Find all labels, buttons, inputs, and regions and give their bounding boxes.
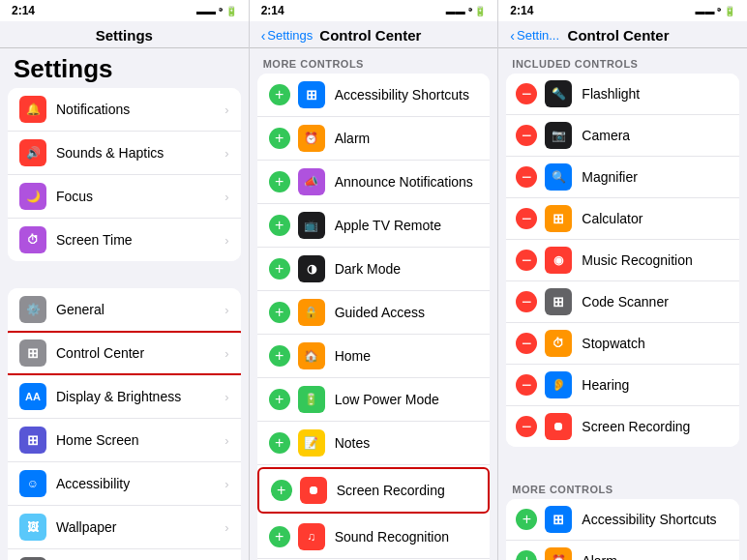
nav-title: Control Center bbox=[559, 27, 677, 44]
add-button[interactable]: + bbox=[269, 389, 290, 410]
back-button[interactable]: ‹Settin... bbox=[510, 28, 559, 44]
scroll-area[interactable]: INCLUDED CONTROLS🔦Flashlight📷Camera🔍Magn… bbox=[498, 48, 747, 560]
item-icon: 🔍 bbox=[545, 163, 572, 191]
add-button[interactable]: + bbox=[269, 526, 290, 547]
add-button[interactable]: + bbox=[269, 171, 290, 192]
list-item[interactable]: 🖼Wallpaper› bbox=[8, 506, 241, 549]
section-header: INCLUDED CONTROLS bbox=[498, 48, 747, 74]
scroll-area[interactable]: MORE CONTROLS+⊞Accessibility Shortcuts+⏰… bbox=[250, 48, 498, 560]
list-item[interactable]: +♫Sound Recognition bbox=[257, 516, 491, 559]
nav-bar: ‹Settin...Control Center bbox=[498, 21, 747, 48]
scroll-area[interactable]: Settings🔔Notifications›🔊Sounds & Haptics… bbox=[0, 48, 249, 560]
list-item[interactable]: ⏱Screen Time› bbox=[8, 219, 241, 261]
add-button[interactable]: + bbox=[269, 302, 290, 323]
add-button[interactable]: + bbox=[269, 258, 290, 280]
list-item[interactable]: 📷Camera bbox=[506, 115, 739, 157]
item-icon: 🔒 bbox=[298, 299, 325, 326]
remove-button[interactable] bbox=[516, 166, 537, 188]
item-label: Control Center bbox=[56, 345, 144, 361]
item-icon: AA bbox=[19, 383, 46, 410]
list-item[interactable]: ⊞Code Scanner bbox=[506, 281, 739, 323]
list-item[interactable]: +⊞Accessibility Shortcuts bbox=[506, 499, 739, 541]
list-item[interactable]: +🔒Guided Access bbox=[257, 291, 491, 335]
item-icon: ⊞ bbox=[545, 288, 572, 315]
back-chevron-icon: ‹ bbox=[261, 28, 266, 44]
item-label: Screen Time bbox=[56, 232, 133, 248]
remove-button[interactable] bbox=[516, 250, 537, 271]
list-item[interactable]: +⏺Screen Recording bbox=[257, 467, 491, 514]
list-item[interactable]: 🔔Notifications› bbox=[8, 88, 241, 132]
list-item[interactable]: +📣Announce Notifications bbox=[257, 161, 491, 204]
item-label: Focus bbox=[56, 189, 93, 204]
list-item[interactable]: ⏺Screen Recording bbox=[506, 406, 739, 447]
nav-title: Control Center bbox=[313, 27, 428, 44]
item-label: Low Power Mode bbox=[335, 392, 439, 407]
screen-title: Settings bbox=[0, 48, 249, 88]
back-label: Settin... bbox=[517, 28, 559, 43]
item-icon: ⚙️ bbox=[19, 296, 46, 323]
list-item[interactable]: ☺Accessibility› bbox=[8, 462, 241, 506]
add-button[interactable]: + bbox=[269, 432, 290, 454]
item-label: Accessibility Shortcuts bbox=[335, 87, 469, 103]
item-label: Screen Recording bbox=[582, 419, 690, 434]
list-item[interactable]: +📝Notes bbox=[257, 422, 491, 465]
list-item[interactable]: ⊞Calculator bbox=[506, 198, 739, 240]
list-item[interactable]: ⚙️General› bbox=[8, 288, 241, 332]
list-item[interactable]: ⏱Stopwatch bbox=[506, 323, 739, 365]
list-item[interactable]: 🌙Focus› bbox=[8, 175, 241, 219]
add-button[interactable]: + bbox=[516, 550, 537, 560]
list-item[interactable]: +🔋Low Power Mode bbox=[257, 378, 491, 422]
list-item[interactable]: 🔦Flashlight bbox=[506, 74, 739, 115]
section-header: MORE CONTROLS bbox=[250, 48, 498, 74]
add-button[interactable]: + bbox=[269, 215, 290, 236]
remove-button[interactable] bbox=[516, 416, 537, 437]
item-icon: ⊞ bbox=[545, 506, 572, 533]
add-button[interactable]: + bbox=[269, 128, 290, 149]
remove-button[interactable] bbox=[516, 83, 537, 104]
item-label: Alarm bbox=[335, 131, 371, 146]
item-icon: ⏱ bbox=[19, 226, 46, 253]
list-item[interactable]: 👂Hearing bbox=[506, 365, 739, 406]
item-icon: 🔦 bbox=[545, 80, 572, 107]
item-label: Dark Mode bbox=[335, 261, 401, 277]
add-button[interactable]: + bbox=[271, 480, 292, 501]
add-button[interactable]: + bbox=[269, 84, 290, 105]
list-item[interactable]: ◉Music Recognition bbox=[506, 240, 739, 281]
remove-button[interactable] bbox=[516, 291, 537, 312]
list-item[interactable]: 🔊Sounds & Haptics› bbox=[8, 132, 241, 175]
list-group: +⊞Accessibility Shortcuts+⏰Alarm+📣Announ… bbox=[257, 74, 491, 560]
list-item[interactable]: +⏰Alarm bbox=[506, 541, 739, 560]
list-item[interactable]: +◑Dark Mode bbox=[257, 248, 491, 291]
item-icon: ⏺ bbox=[545, 413, 572, 440]
add-button[interactable]: + bbox=[516, 509, 537, 530]
item-label: Wallpaper bbox=[56, 519, 117, 535]
item-label: Apple TV Remote bbox=[335, 218, 441, 233]
chevron-icon: › bbox=[224, 390, 228, 404]
item-icon: 🏠 bbox=[298, 342, 325, 369]
remove-button[interactable] bbox=[516, 208, 537, 229]
list-item[interactable]: 🔍Magnifier bbox=[506, 157, 739, 198]
add-button[interactable]: + bbox=[269, 345, 290, 367]
status-time: 2:14 bbox=[510, 4, 533, 17]
item-icon: ⊞ bbox=[298, 81, 325, 108]
remove-button[interactable] bbox=[516, 374, 537, 396]
list-item[interactable]: +🏠Home bbox=[257, 335, 491, 378]
chevron-icon: › bbox=[224, 103, 228, 117]
back-button[interactable]: ‹Settings bbox=[261, 28, 314, 44]
list-item[interactable]: +⊞Accessibility Shortcuts bbox=[257, 74, 491, 117]
list-item[interactable]: ◉Siri & Search› bbox=[8, 549, 241, 560]
list-item[interactable]: AADisplay & Brightness› bbox=[8, 375, 241, 419]
item-icon: 📝 bbox=[298, 429, 325, 457]
remove-button[interactable] bbox=[516, 125, 537, 146]
back-chevron-icon: ‹ bbox=[510, 28, 515, 44]
item-label: Magnifier bbox=[582, 169, 638, 185]
list-item[interactable]: +📺Apple TV Remote bbox=[257, 204, 491, 248]
list-item[interactable]: ⊞Home Screen› bbox=[8, 419, 241, 462]
remove-button[interactable] bbox=[516, 333, 537, 354]
list-group: 🔦Flashlight📷Camera🔍Magnifier⊞Calculator◉… bbox=[506, 74, 739, 447]
list-item[interactable]: +⏰Alarm bbox=[257, 117, 491, 161]
chevron-icon: › bbox=[224, 477, 228, 491]
item-icon: 📺 bbox=[298, 212, 325, 239]
status-bar: 2:14▬▬ ᵊ 🔋 bbox=[498, 0, 747, 21]
list-item[interactable]: ⊞Control Center› bbox=[8, 332, 241, 375]
